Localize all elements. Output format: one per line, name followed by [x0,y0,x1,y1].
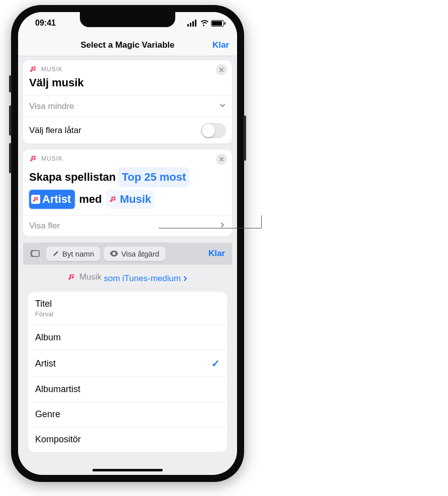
chevron-down-icon [219,101,226,111]
variable-type-label: som iTunes-medium [104,274,181,284]
property-row-artist[interactable]: Artist ✓ [28,350,227,377]
chevron-right-icon [183,276,188,282]
eye-icon [110,251,118,257]
volume-up-button [9,105,12,136]
callout-line [159,228,261,228]
action-category: MUSIK [41,66,63,73]
show-less-row[interactable]: Visa mindre [23,95,232,117]
sentence-text: Skapa spellistan [29,169,116,186]
done-button[interactable]: Klar [212,40,229,50]
rename-label: Byt namn [62,250,94,258]
show-less-label: Visa mindre [29,101,74,111]
music-icon [29,155,37,163]
property-row-title[interactable]: Titel Förval [28,292,227,325]
action-card-select-music[interactable]: MUSIK Välj musik Visa mindre Välj flera … [23,60,232,144]
artist-token-label: Artist [42,191,71,208]
select-multiple-toggle[interactable] [201,123,226,138]
property-row-albumartist[interactable]: Albumartist [28,377,227,402]
property-sublabel: Förval [35,310,53,318]
show-more-label: Visa fler [29,221,60,231]
action-title: Välj musik [23,75,232,95]
close-icon[interactable] [216,154,227,165]
show-more-row[interactable]: Visa fler [23,215,232,236]
rename-button[interactable]: Byt namn [46,246,100,261]
property-list: Titel Förval Album Artist ✓ Albumartist … [28,292,227,452]
wifi-icon [199,20,208,26]
cellular-icon [187,20,196,27]
property-label: Albumartist [35,384,80,395]
music-variable-token[interactable]: Musik [106,190,154,209]
property-label: Kompositör [35,434,81,445]
music-icon [31,195,40,204]
reveal-action-button[interactable]: Visa åtgärd [104,246,165,261]
variable-name: Musik [79,272,101,282]
nav-title: Select a Magic Variable [80,40,174,50]
property-row-album[interactable]: Album [28,325,227,350]
keyboard-back-button[interactable] [27,249,42,258]
action-sentence: Skapa spellistan Top 25 most Artist med … [23,165,232,215]
reveal-action-label: Visa åtgärd [121,250,159,258]
volume-down-button [9,143,12,173]
select-multiple-row[interactable]: Välj flera låtar [23,117,232,144]
playlist-name-token[interactable]: Top 25 most [120,169,188,186]
variable-type-button[interactable]: som iTunes-medium [104,274,188,284]
property-row-composer[interactable]: Kompositör [28,427,227,452]
sentence-text: med [79,190,101,209]
nav-bar: Select a Magic Variable Klar [18,34,237,56]
music-icon [29,65,37,73]
property-label: Genre [35,409,60,420]
action-category: MUSIK [41,155,63,162]
screen: 09:41 Select a Magic Variable Klar MUSIK [18,12,237,475]
notch [80,12,175,27]
action-card-create-playlist[interactable]: MUSIK Skapa spellistan Top 25 most Artis… [23,150,232,236]
power-button [244,115,246,161]
variable-info: Musik som iTunes-medium [23,265,232,287]
checkmark-icon: ✓ [211,357,220,369]
music-icon [109,195,117,203]
battery-icon [211,20,224,27]
property-row-genre[interactable]: Genre [28,402,227,427]
close-icon[interactable] [216,64,227,75]
home-indicator[interactable] [92,469,163,471]
pencil-icon [52,250,59,257]
music-icon [67,273,75,281]
mute-switch [9,75,12,92]
status-time: 09:41 [35,19,56,28]
select-multiple-label: Välj flera låtar [29,126,81,136]
property-label: Artist [35,358,56,369]
property-label: Titel [35,299,52,309]
music-token-label: Musik [120,191,151,208]
phone-frame: 09:41 Select a Magic Variable Klar MUSIK [11,5,244,482]
artist-variable-token[interactable]: Artist [29,190,75,209]
property-label: Album [35,332,61,343]
chevron-right-icon [219,221,226,231]
keyboard-toolbar: Byt namn Visa åtgärd Klar [23,242,232,265]
toolbar-done-button[interactable]: Klar [205,249,228,259]
